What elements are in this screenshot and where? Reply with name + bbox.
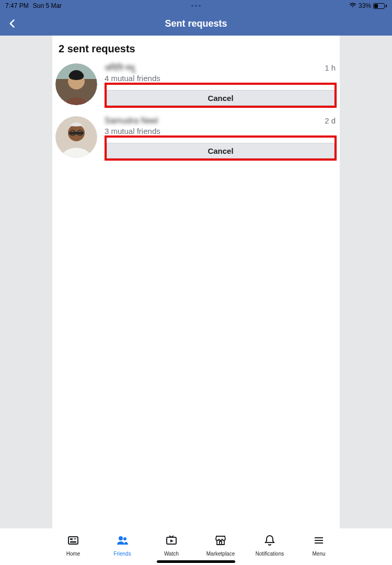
callout-highlight: Cancel: [105, 135, 337, 161]
page-title: 2 sent requests: [52, 36, 340, 60]
menu-icon: [313, 534, 325, 549]
tab-label: Menu: [312, 551, 325, 557]
avatar[interactable]: [55, 63, 97, 105]
friends-icon: [116, 534, 129, 549]
content-area: 2 sent requests अदिति मधु: [52, 36, 340, 528]
tab-label: Home: [66, 551, 80, 557]
tab-menu[interactable]: Menu: [298, 534, 340, 557]
svg-rect-10: [68, 537, 78, 544]
tab-home[interactable]: Home: [52, 534, 94, 557]
sent-request-row: Samudra Neel 2 d 3 mutual friends Cancel: [52, 113, 340, 166]
request-name[interactable]: अदिति मधु: [105, 63, 134, 73]
svg-point-15: [119, 536, 123, 540]
svg-rect-20: [220, 541, 222, 545]
tab-label: Friends: [113, 551, 131, 557]
cancel-button[interactable]: Cancel: [107, 143, 335, 159]
status-time: 7:47 PM: [5, 2, 29, 9]
wifi-icon: [349, 2, 356, 9]
bottom-nav: Home Friends Watch Marketplace: [0, 528, 392, 565]
tab-watch[interactable]: Watch: [151, 534, 192, 557]
request-time: 1 h: [325, 63, 337, 72]
cancel-button[interactable]: Cancel: [107, 90, 335, 106]
multitask-dots: [191, 5, 201, 7]
tab-friends[interactable]: Friends: [101, 534, 143, 557]
status-date: Sun 5 Mar: [33, 2, 62, 9]
tab-label: Watch: [164, 551, 179, 557]
sent-request-row: अदिति मधु 1 h 4 mutual friends Cancel: [52, 60, 340, 113]
battery-percentage: 33%: [359, 2, 371, 9]
tab-marketplace[interactable]: Marketplace: [200, 534, 241, 557]
bell-icon: [263, 534, 276, 549]
svg-rect-11: [70, 538, 73, 540]
tab-label: Notifications: [256, 551, 284, 557]
page-header-title: Sent requests: [165, 18, 227, 29]
nav-header: Sent requests: [0, 12, 392, 36]
home-icon: [67, 534, 79, 549]
marketplace-icon: [214, 534, 227, 549]
home-indicator[interactable]: [157, 560, 235, 563]
tab-notifications[interactable]: Notifications: [249, 534, 291, 557]
back-button[interactable]: [5, 16, 20, 31]
battery-icon: [373, 3, 387, 9]
status-bar: 7:47 PM Sun 5 Mar 33%: [0, 0, 392, 12]
mutual-friends: 3 mutual friends: [105, 127, 337, 135]
svg-rect-7: [69, 132, 84, 134]
callout-highlight: Cancel: [105, 83, 337, 108]
mutual-friends: 4 mutual friends: [105, 74, 337, 83]
watch-icon: [165, 534, 178, 549]
request-name[interactable]: Samudra Neel: [105, 116, 158, 126]
tab-label: Marketplace: [206, 551, 235, 557]
avatar[interactable]: [55, 116, 97, 158]
request-time: 2 d: [325, 116, 337, 125]
svg-point-16: [123, 537, 126, 540]
